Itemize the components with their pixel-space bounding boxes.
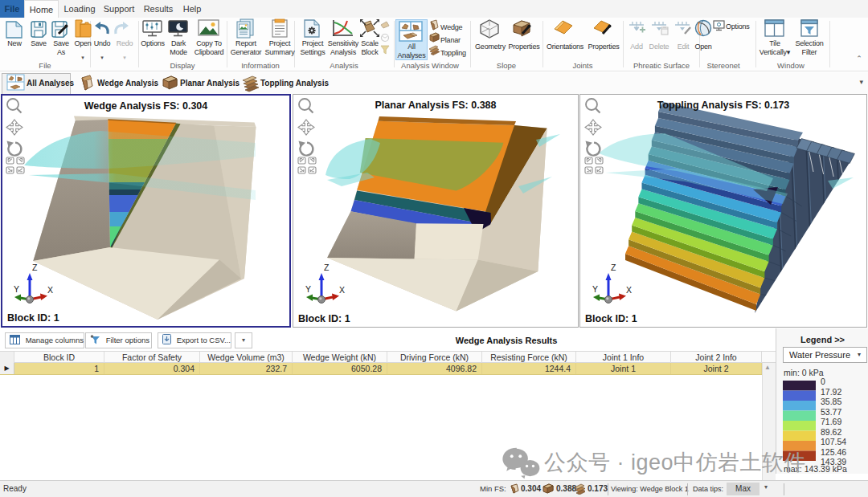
svg-text:Y: Y [14,284,19,294]
svg-text:X: X [47,285,53,295]
svg-text:Z: Z [32,263,38,272]
